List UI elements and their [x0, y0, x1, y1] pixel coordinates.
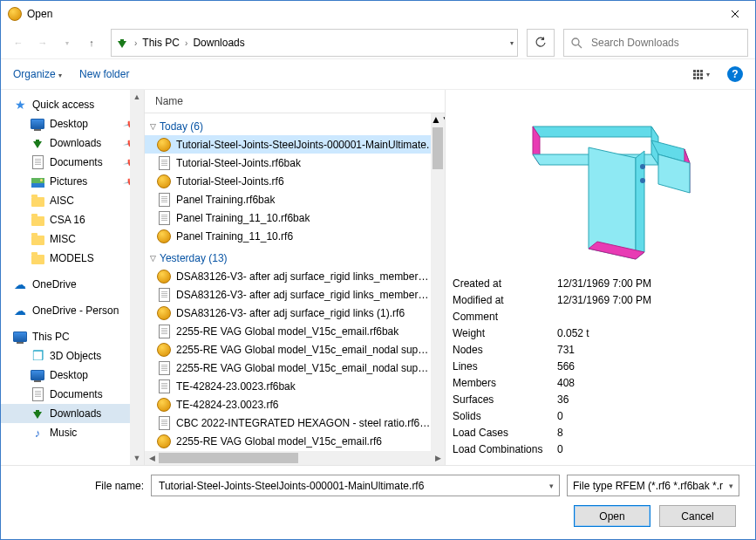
file-scrollbar-v[interactable]: ▲▼ [431, 113, 445, 451]
nav-3d-objects[interactable]: ❒3D Objects [1, 346, 144, 366]
file-name-input[interactable] [157, 479, 544, 493]
help-button[interactable]: ? [727, 66, 743, 82]
recent-dropdown[interactable]: ▾ [57, 32, 78, 53]
document-icon [31, 155, 44, 169]
meta-label: Load Combinations [453, 443, 557, 455]
file-list: ▽Today (6) Tutorial-Steel-Joints-SteelJo… [145, 113, 431, 451]
file-row[interactable]: 2255-RE VAG Global model_V15c_email.rf6b… [145, 322, 431, 340]
back-button[interactable]: ← [8, 32, 29, 53]
rfem-file-icon [157, 306, 171, 320]
view-options[interactable]: ▾ [693, 70, 710, 79]
nav-onedrive-personal[interactable]: ☁OneDrive - Person [1, 301, 144, 320]
open-button[interactable]: Open [574, 505, 650, 527]
rfem-file-icon [157, 434, 171, 448]
star-icon: ★ [13, 98, 27, 112]
meta-value: 731 [557, 344, 575, 356]
file-row[interactable]: Panel Training_11_10.rf6 [145, 227, 431, 245]
crumb-downloads[interactable]: Downloads [193, 37, 244, 49]
address-bar[interactable]: › This PC › Downloads ▾ [111, 29, 518, 57]
file-row[interactable]: 2255-RE VAG Global model_V15c_email_noda… [145, 359, 431, 377]
search-box[interactable] [563, 29, 748, 57]
desktop-icon [31, 117, 44, 131]
file-row[interactable]: 2255-RE VAG Global model_V15c_email.rf6 [145, 432, 431, 450]
download-icon [31, 136, 44, 150]
nav-onedrive[interactable]: ☁OneDrive [1, 275, 144, 294]
file-icon [157, 288, 171, 302]
open-dialog: Open ← → ▾ ↑ › This PC › Downloads ▾ Org… [0, 0, 756, 540]
file-scrollbar-h[interactable]: ◀▶ [145, 451, 445, 465]
file-row[interactable]: Panel Training.rf6bak [145, 190, 431, 208]
file-row[interactable]: DSA83126-V3- after adj surface_rigid lin… [145, 304, 431, 322]
file-icon [157, 361, 171, 375]
nav-quick-access[interactable]: ★Quick access [1, 95, 144, 114]
nav-tree: ★Quick access Desktop📌 Downloads📌 Docume… [1, 90, 145, 465]
meta-label: Nodes [453, 344, 557, 356]
cancel-button[interactable]: Cancel [659, 505, 736, 527]
forward-button[interactable]: → [32, 32, 53, 53]
music-icon: ♪ [31, 426, 44, 440]
nav-desktop[interactable]: Desktop📌 [1, 114, 144, 133]
file-type-combo[interactable]: File type RFEM (*.rf6 *.rf6bak *.r ▾ [567, 475, 739, 496]
meta-value: 0 [557, 443, 563, 455]
chevron-down-icon: ▽ [150, 254, 156, 263]
file-icon [157, 416, 171, 430]
window-title: Open [27, 8, 715, 20]
search-input[interactable] [589, 36, 740, 50]
refresh-button[interactable] [527, 29, 555, 57]
file-row[interactable]: DSA83126-V3- after adj surface_rigid lin… [145, 267, 431, 285]
nav-pc-documents[interactable]: Documents [1, 385, 144, 404]
pc-icon [13, 330, 27, 344]
file-row[interactable]: CBC 2022-INTEGRATED HEXAGON - steel rati… [145, 414, 431, 432]
chevron-down-icon: ▽ [150, 122, 156, 131]
meta-value: 8 [557, 427, 563, 439]
nav-pictures[interactable]: Pictures📌 [1, 172, 144, 191]
chevron-down-icon[interactable]: ▾ [549, 482, 554, 490]
file-icon [157, 211, 171, 225]
group-yesterday[interactable]: ▽Yesterday (13) [145, 245, 431, 267]
nav-downloads[interactable]: Downloads📌 [1, 133, 144, 153]
chevron-down-icon[interactable]: ▾ [729, 482, 733, 490]
file-icon [157, 379, 171, 393]
nav-folder-models[interactable]: MODELS [1, 249, 144, 268]
close-button[interactable] [715, 1, 755, 27]
nav-toolbar: ← → ▾ ↑ › This PC › Downloads ▾ [1, 27, 755, 58]
file-row[interactable]: TE-42824-23.0023.rf6 [145, 395, 431, 414]
nav-this-pc[interactable]: This PC [1, 327, 144, 346]
document-icon [31, 387, 44, 401]
column-header-name[interactable]: Name [145, 90, 445, 113]
nav-documents[interactable]: Documents📌 [1, 153, 144, 172]
file-row[interactable]: TE-42824-23.0023.rf6bak [145, 377, 431, 395]
rfem-file-icon [157, 398, 171, 412]
nav-pc-desktop[interactable]: Desktop [1, 366, 144, 385]
meta-value: 12/31/1969 7:00 PM [557, 294, 651, 306]
nav-pc-music[interactable]: ♪Music [1, 423, 144, 442]
nav-folder-csa16[interactable]: CSA 16 [1, 210, 144, 229]
new-folder-button[interactable]: New folder [79, 68, 129, 80]
nav-scrollbar[interactable]: ▲▼ [130, 90, 144, 465]
meta-label: Surfaces [453, 393, 557, 406]
file-row[interactable]: Tutorial-Steel-Joints.rf6bak [145, 154, 431, 172]
file-row[interactable]: DSA83126-V3- after adj surface_rigid lin… [145, 285, 431, 304]
file-row[interactable]: Tutorial-Steel-Joints.rf6 [145, 172, 431, 190]
file-row[interactable]: Tutorial-Steel-Joints-SteelJoints-000001… [145, 135, 431, 154]
rfem-file-icon [157, 229, 171, 243]
nav-folder-misc[interactable]: MISC [1, 229, 144, 249]
folder-icon [31, 213, 44, 227]
nav-pc-downloads[interactable]: Downloads [1, 404, 144, 423]
cloud-icon: ☁ [13, 277, 27, 291]
nav-folder-aisc[interactable]: AISC [1, 191, 144, 210]
file-row[interactable]: Panel Training_11_10.rf6bak [145, 208, 431, 227]
organize-menu[interactable]: Organize ▾ [13, 68, 62, 80]
rfem-file-icon [157, 343, 171, 357]
group-today[interactable]: ▽Today (6) [145, 113, 431, 135]
up-button[interactable]: ↑ [81, 32, 102, 53]
file-icon [157, 325, 171, 338]
file-name-combo[interactable]: ▾ [151, 475, 560, 496]
crumb-this-pc[interactable]: This PC [142, 37, 180, 49]
file-row[interactable]: 2255-RE VAG Global model_V15c_email_noda… [145, 340, 431, 359]
file-type-value: File type RFEM (*.rf6 *.rf6bak *.r [573, 480, 724, 492]
meta-label: Load Cases [453, 427, 557, 439]
svg-point-12 [640, 178, 645, 183]
address-dropdown[interactable]: ▾ [510, 39, 514, 47]
metadata-table: Created at12/31/1969 7:00 PM Modified at… [446, 275, 755, 465]
